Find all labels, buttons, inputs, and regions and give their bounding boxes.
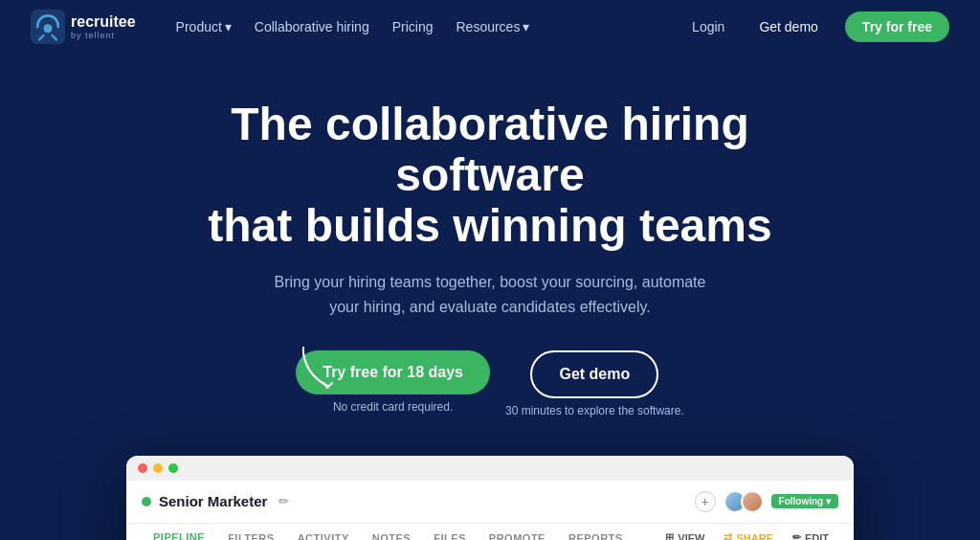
app-tabs: PIPELINE FILTERS ACTIVITY NOTES FILES PR… <box>126 524 854 540</box>
nav-pricing[interactable]: Pricing <box>383 13 443 40</box>
try-free-button[interactable]: Try for free <box>845 11 949 42</box>
chevron-down-icon: ▾ <box>523 19 529 34</box>
tab-reports[interactable]: REPORTS <box>557 525 635 540</box>
following-badge[interactable]: Following ▾ <box>771 494 838 508</box>
tab-activity[interactable]: ACTIVITY <box>286 525 361 540</box>
edit-action[interactable]: ✏ EDIT <box>783 524 838 540</box>
secondary-cta-sub: 30 minutes to explore the software. <box>505 404 684 417</box>
add-button[interactable]: + <box>695 491 716 512</box>
share-icon: ⇄ <box>724 531 732 540</box>
tab-pipeline[interactable]: PIPELINE <box>142 524 216 540</box>
nav-actions: Login Get demo Try for free <box>684 11 949 42</box>
tab-notes[interactable]: NOTES <box>361 525 422 540</box>
hero-section: The collaborative hiring software that b… <box>0 54 980 440</box>
get-demo-hero-button[interactable]: Get demo <box>530 350 658 398</box>
svg-point-1 <box>44 24 53 33</box>
app-content: Senior Marketer ✏ + Following ▾ PIPELINE… <box>126 481 854 540</box>
job-status-dot <box>142 497 151 506</box>
brand-name: recruitee <box>71 13 136 31</box>
nav-links: Product ▾ Collaborative hiring Pricing R… <box>167 13 685 40</box>
nav-product[interactable]: Product ▾ <box>167 13 241 40</box>
job-title: Senior Marketer <box>159 493 267 509</box>
titlebar-minimize <box>153 463 163 473</box>
view-icon: ⊞ <box>665 531 674 540</box>
titlebar-maximize <box>168 463 178 473</box>
hero-heading: The collaborative hiring software that b… <box>165 100 815 251</box>
share-action[interactable]: ⇄ SHARE <box>714 524 783 540</box>
job-header-right: + Following ▾ <box>695 490 838 513</box>
titlebar-close <box>138 463 147 473</box>
arrow-decor <box>299 343 366 391</box>
secondary-cta-group: Get demo 30 minutes to explore the softw… <box>505 350 684 417</box>
login-button[interactable]: Login <box>684 13 732 40</box>
tab-actions: ⊞ VIEW ⇄ SHARE ✏ EDIT <box>656 524 838 540</box>
edit-title-icon[interactable]: ✏ <box>278 494 289 508</box>
app-preview-wrapper: Senior Marketer ✏ + Following ▾ PIPELINE… <box>0 440 980 540</box>
avatars <box>724 490 764 513</box>
navbar: recruitee by tellent Product ▾ Collabora… <box>0 0 980 54</box>
tab-promote[interactable]: PROMOTE <box>478 525 557 540</box>
app-preview: Senior Marketer ✏ + Following ▾ PIPELINE… <box>126 456 854 540</box>
hero-buttons: Try free for 18 days No credit card requ… <box>19 350 961 417</box>
avatar <box>741 490 764 513</box>
get-demo-button[interactable]: Get demo <box>744 13 833 40</box>
tab-files[interactable]: FILES <box>422 525 478 540</box>
primary-cta-sub: No credit card required. <box>333 400 453 414</box>
tab-filters[interactable]: FILTERS <box>216 525 286 540</box>
nav-resources[interactable]: Resources ▾ <box>446 13 539 40</box>
nav-collaborative-hiring[interactable]: Collaborative hiring <box>245 13 379 40</box>
view-action[interactable]: ⊞ VIEW <box>656 524 714 540</box>
pencil-icon: ✏ <box>792 531 801 540</box>
hero-subtext: Bring your hiring teams together, boost … <box>260 270 720 319</box>
chevron-down-icon: ▾ <box>225 19 232 34</box>
brand-tagline: by tellent <box>71 31 136 40</box>
logo[interactable]: recruitee by tellent <box>31 10 136 44</box>
job-header: Senior Marketer ✏ + Following ▾ <box>126 481 854 524</box>
app-titlebar <box>126 456 854 481</box>
